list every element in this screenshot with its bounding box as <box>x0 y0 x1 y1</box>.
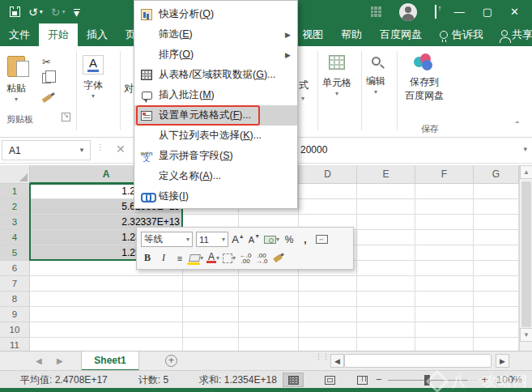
ribbon-display-options-button[interactable] <box>435 6 436 18</box>
row-header-6[interactable]: 6 <box>0 261 30 276</box>
row-header-4[interactable]: 4 <box>0 230 30 245</box>
cell-A9[interactable] <box>30 307 183 322</box>
cell-D1[interactable] <box>299 184 357 199</box>
borders-button[interactable]: ▾ <box>223 250 236 266</box>
user-avatar[interactable] <box>399 3 417 21</box>
cell-G9[interactable] <box>474 307 519 322</box>
save-to-baidu-button[interactable]: 保存到 百度网盘 <box>405 53 444 103</box>
cell-B8[interactable] <box>183 292 239 307</box>
cell-D8[interactable] <box>299 292 357 307</box>
row-header-9[interactable]: 9 <box>0 307 30 322</box>
zoom-level[interactable]: 100% <box>496 374 522 386</box>
cell-G1[interactable] <box>474 184 519 199</box>
cell-C9[interactable] <box>239 307 299 322</box>
cell-E7[interactable] <box>357 276 415 292</box>
increase-decimal-button[interactable]: .00→.0 <box>255 250 268 266</box>
cell-G8[interactable] <box>474 292 519 307</box>
cell-C10[interactable] <box>239 322 299 338</box>
font-color-button[interactable]: A▾ <box>206 250 219 266</box>
italic-button[interactable]: I <box>157 250 170 266</box>
cell-G3[interactable] <box>474 215 519 230</box>
tab-12[interactable]: 共享 <box>492 23 532 46</box>
decrease-decimal-button[interactable]: ←.0.00 <box>239 250 252 266</box>
cell-A8[interactable] <box>30 292 183 307</box>
name-box[interactable]: A1 ▼ <box>2 140 91 160</box>
cell-F2[interactable] <box>415 199 474 215</box>
cell-D7[interactable] <box>299 276 357 292</box>
cell-C11[interactable] <box>239 338 299 351</box>
center-align-button[interactable]: ≡ <box>173 250 186 266</box>
fill-color-button[interactable]: ▾ <box>189 250 203 266</box>
format-painter-mini-button[interactable] <box>271 250 284 266</box>
row-header-7[interactable]: 7 <box>0 276 30 292</box>
row-header-5[interactable]: 5 <box>0 245 30 261</box>
row-header-10[interactable]: 10 <box>0 322 30 338</box>
cell-F3[interactable] <box>415 215 474 230</box>
menu-item-排序[interactable]: 排序(O)▶ <box>134 45 297 65</box>
cell-E1[interactable] <box>357 184 415 199</box>
collapse-ribbon-button[interactable]: ⌃ <box>514 120 521 129</box>
font-group-button[interactable]: A 字体 ▾ <box>83 55 104 100</box>
font-name-combo[interactable]: 等线▾ <box>141 232 193 247</box>
merge-center-button[interactable] <box>315 232 328 247</box>
cell-D11[interactable] <box>299 338 357 351</box>
cell-B9[interactable] <box>183 307 239 322</box>
next-sheet-button[interactable]: ▶ <box>57 356 63 365</box>
cell-G2[interactable] <box>474 199 519 215</box>
column-header-E[interactable]: E <box>357 165 415 184</box>
menu-item-显示拼音字段[interactable]: wén文显示拼音字段(S) <box>134 146 297 166</box>
cell-F4[interactable] <box>415 230 474 245</box>
cell-G4[interactable] <box>474 230 519 245</box>
page-layout-view-button[interactable] <box>319 373 340 387</box>
vertical-scrollbar[interactable]: ▲ ▼ <box>519 165 532 353</box>
cell-D10[interactable] <box>299 322 357 338</box>
cell-F5[interactable] <box>415 245 474 261</box>
cell-A10[interactable] <box>30 322 183 338</box>
cell-C7[interactable] <box>239 276 299 292</box>
percent-style-button[interactable]: % <box>283 232 296 247</box>
cell-D2[interactable] <box>299 199 357 215</box>
row-header-11[interactable]: 11 <box>0 338 30 351</box>
cell-G7[interactable] <box>474 276 519 292</box>
sheet-tab-sheet1[interactable]: Sheet1 <box>81 352 139 371</box>
cell-B7[interactable] <box>183 276 239 292</box>
cell-D9[interactable] <box>299 307 357 322</box>
row-header-1[interactable]: 1 <box>0 184 30 199</box>
formula-bar-value[interactable]: 20000 <box>300 144 327 156</box>
cell-E3[interactable] <box>357 215 415 230</box>
menu-item-从下拉列表中选择[interactable]: 从下拉列表中选择(K)... <box>134 126 297 146</box>
cell-E10[interactable] <box>357 322 415 338</box>
scroll-up-button[interactable]: ▲ <box>520 165 532 179</box>
decrease-font-size-button[interactable]: A▼ <box>248 232 261 247</box>
tab-9[interactable]: 帮助 <box>332 23 371 46</box>
minimize-button[interactable]: — <box>454 6 465 18</box>
cell-B10[interactable] <box>183 322 239 338</box>
new-sheet-button[interactable]: + <box>165 355 177 367</box>
cell-F11[interactable] <box>415 338 474 351</box>
cell-F8[interactable] <box>415 292 474 307</box>
zoom-in-button[interactable]: + <box>482 373 488 386</box>
select-all-button[interactable] <box>0 165 30 184</box>
tab-11[interactable]: 告诉我 <box>431 23 492 46</box>
row-header-8[interactable]: 8 <box>0 292 30 307</box>
cell-G6[interactable] <box>474 261 519 276</box>
customize-qat-button[interactable]: ▾ <box>74 9 80 15</box>
menu-item-设置单元格格式[interactable]: 设置单元格格式(F)... <box>134 105 297 126</box>
horizontal-scrollbar[interactable] <box>344 354 492 368</box>
cell-F1[interactable] <box>415 184 474 199</box>
cell-B11[interactable] <box>183 338 239 351</box>
font-size-combo[interactable]: 11▾ <box>196 232 228 247</box>
cell-E11[interactable] <box>357 338 415 351</box>
cell-G5[interactable] <box>474 245 519 261</box>
column-header-F[interactable]: F <box>415 165 474 184</box>
cancel-icon[interactable]: ✕ <box>116 143 126 156</box>
column-header-D[interactable]: D <box>299 165 357 184</box>
cell-A7[interactable] <box>30 276 183 292</box>
normal-view-button[interactable] <box>283 373 304 387</box>
cell-F9[interactable] <box>415 307 474 322</box>
menu-item-定义名称[interactable]: 定义名称(A)... <box>134 166 297 186</box>
cell-E9[interactable] <box>357 307 415 322</box>
cell-G10[interactable] <box>474 322 519 338</box>
scroll-right-button[interactable]: ▶ <box>496 354 509 368</box>
vertical-scrollbar-thumb[interactable] <box>521 181 531 327</box>
